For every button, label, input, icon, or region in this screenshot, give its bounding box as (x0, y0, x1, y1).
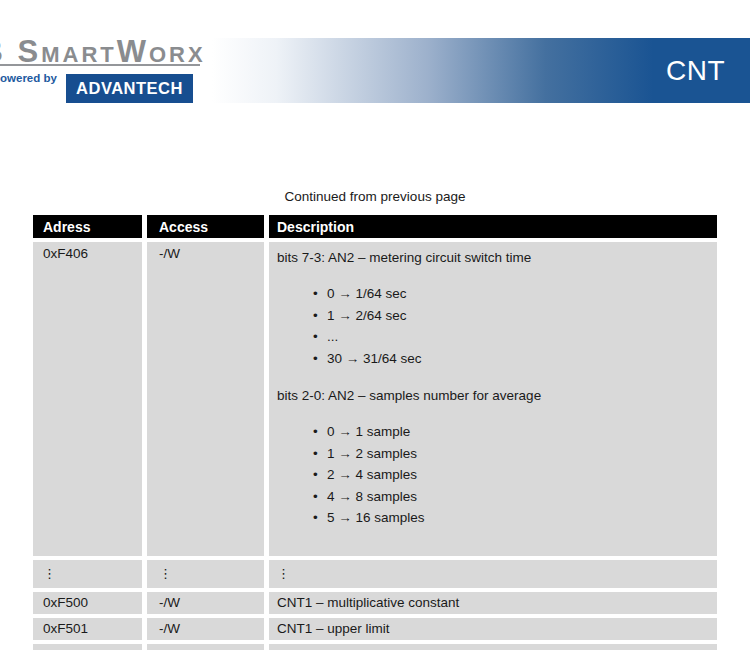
table-cell-description: CNT1 – lower limit (269, 644, 717, 650)
table-cell-address: 0xF500 (33, 592, 142, 614)
bullet-list: 0 → 1/64 sec 1 → 2/64 sec ... 30 → 31/64… (277, 283, 717, 369)
column-header-description: Description (269, 215, 717, 238)
column-header-access: Access (147, 215, 264, 238)
bullet-item: 30 → 31/64 sec (313, 348, 717, 370)
table-cell-access-ellipsis: ⋮ (147, 560, 264, 588)
table-cell-address: 0xF406 (33, 242, 142, 556)
document-page: B+B SmartWorx powered by ADVANTECH CNT C… (0, 0, 750, 650)
bullet-list: 0 → 1 sample 1 → 2 samples 2 → 4 samples… (277, 421, 717, 529)
table-cell-address-ellipsis: ⋮ (33, 560, 142, 588)
bullet-item: 0 → 1/64 sec (313, 283, 717, 305)
header-gradient-bar: CNT (212, 38, 750, 103)
advantech-logo: ADVANTECH (66, 74, 193, 103)
table-cell-access: -/W (147, 618, 264, 640)
bullet-item: 4 → 8 samples (313, 486, 717, 508)
table-cell-description: CNT1 – upper limit (269, 618, 717, 640)
bullet-item: 1 → 2/64 sec (313, 305, 717, 327)
description-intro: bits 2-0: AN2 – samples number for avera… (277, 384, 717, 405)
page-tag: CNT (666, 55, 750, 87)
table-cell-access: -/W (147, 644, 264, 650)
table-cell-description: CNT1 – multiplicative constant (269, 592, 717, 614)
bullet-item: 0 → 1 sample (313, 421, 717, 443)
bullet-item: 2 → 4 samples (313, 464, 717, 486)
bullet-item: 1 → 2 samples (313, 443, 717, 465)
bullet-item: 5 → 16 samples (313, 507, 717, 529)
table-cell-address: 0xF501 (33, 618, 142, 640)
table-cell-access: -/W (147, 242, 264, 556)
table-cell-access: -/W (147, 592, 264, 614)
advantech-logo-text: ADVANTECH (76, 79, 183, 98)
continued-note: Continued from previous page (33, 189, 717, 204)
table-cell-description: bits 7-3: AN2 – metering circuit switch … (269, 242, 717, 556)
table-cell-address: 0xF502 (33, 644, 142, 650)
column-header-adress: Adress (33, 215, 142, 238)
bullet-item: ... (313, 326, 717, 348)
logo-divider-line (0, 64, 200, 66)
description-intro: bits 7-3: AN2 – metering circuit switch … (277, 246, 717, 267)
register-table: Adress Access Description 0xF406 -/W bit… (33, 215, 717, 650)
table-cell-description-ellipsis: ⋮ (269, 560, 717, 588)
powered-by-label: powered by (0, 72, 57, 84)
